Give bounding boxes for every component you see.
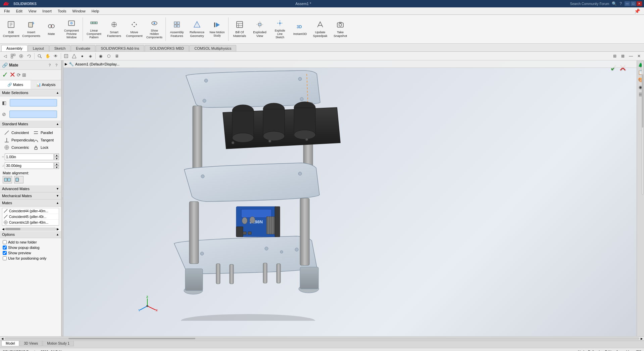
sec-btn-appearance[interactable]: ◉ bbox=[97, 53, 104, 59]
align-btn-2[interactable] bbox=[14, 176, 23, 183]
bottom-tab-model[interactable]: Model bbox=[1, 341, 19, 346]
sec-btn-min-panel[interactable]: — bbox=[627, 53, 635, 59]
sec-btn-camera[interactable] bbox=[17, 53, 25, 59]
mates-list-header[interactable]: Mates ▲ bbox=[0, 200, 61, 207]
sec-btn-close-panel[interactable]: ✕ bbox=[635, 53, 643, 59]
assembly-3d-view[interactable]: L298N bbox=[110, 65, 362, 321]
panel-help2-button[interactable]: ? bbox=[54, 62, 59, 68]
sec-btn-rotate[interactable] bbox=[26, 53, 33, 59]
use-positioning-checkbox[interactable] bbox=[3, 256, 7, 260]
reference-geometry-button[interactable]: ReferenceGeometry bbox=[187, 16, 207, 43]
tree-expand-arrow[interactable]: ▶ bbox=[65, 62, 67, 66]
show-popup-checkbox[interactable] bbox=[3, 246, 7, 250]
take-snapshot-button[interactable]: TakeSnapshot bbox=[331, 16, 350, 43]
question-icon[interactable]: ? bbox=[620, 1, 622, 6]
close-button[interactable]: ✕ bbox=[637, 1, 642, 6]
sec-btn-view[interactable]: 👁 bbox=[52, 53, 59, 59]
menu-pin[interactable]: 📌 bbox=[632, 8, 643, 14]
tab-solidworks-addins[interactable]: SOLIDWORKS Add-Ins bbox=[96, 45, 144, 51]
menu-file[interactable]: File bbox=[1, 8, 13, 14]
assembly-features-button[interactable]: AssemblyFeatures bbox=[167, 16, 187, 43]
cancel-button[interactable]: ✕ bbox=[9, 71, 15, 79]
selection-input-2[interactable] bbox=[9, 111, 57, 118]
linear-pattern-button[interactable]: Linear ComponentPattern bbox=[84, 16, 104, 43]
sec-btn-monitor[interactable]: 🖥 bbox=[113, 53, 120, 59]
assembly-tree-item[interactable]: Assem1 (Default<Display... bbox=[75, 62, 119, 66]
distance-input[interactable] bbox=[5, 153, 54, 160]
mate-item-coincident45[interactable]: Coincident45 (piller-40r... bbox=[2, 214, 59, 220]
move-component-button[interactable]: MoveComponent bbox=[125, 16, 144, 43]
sec-btn-hide-lines[interactable] bbox=[70, 53, 78, 59]
edit-component-button[interactable]: EditComponent bbox=[1, 16, 21, 43]
angle-spin-up[interactable]: ▲ bbox=[54, 162, 59, 166]
minimize-button[interactable]: — bbox=[625, 1, 630, 6]
menu-tools[interactable]: Tools bbox=[55, 8, 69, 14]
exploded-view-button[interactable]: ExplodedView bbox=[250, 16, 269, 43]
viewport[interactable]: ▶ 🔧 Assem1 (Default<Display... ✓ ✕ bbox=[63, 60, 637, 336]
show-hidden-button[interactable]: ShowHiddenComponents bbox=[145, 16, 164, 43]
mate-button[interactable]: Mate bbox=[42, 16, 61, 43]
angle-input[interactable] bbox=[5, 162, 54, 169]
sec-btn-scene[interactable]: ⬡ bbox=[105, 53, 112, 59]
accept-button[interactable]: ✓ bbox=[2, 71, 8, 79]
standard-mates-header[interactable]: Standard Mates ▲ bbox=[0, 121, 61, 128]
options-icon[interactable]: ⊞ bbox=[22, 72, 26, 78]
selection-input-1[interactable] bbox=[10, 99, 57, 106]
add-to-folder-checkbox[interactable] bbox=[3, 240, 7, 244]
mate-item-concentric18[interactable]: Concentric18 (piller-40m... bbox=[2, 220, 59, 225]
new-motion-study-button[interactable]: New MotionStudy bbox=[207, 16, 227, 43]
parallel-option[interactable]: Parallel bbox=[31, 129, 60, 136]
concentric-option[interactable]: Concentric bbox=[1, 144, 31, 151]
menu-view[interactable]: View bbox=[26, 8, 39, 14]
horizontal-scrollbar[interactable]: ◀ ▶ bbox=[0, 337, 644, 341]
coincident-option[interactable]: Coincident bbox=[1, 129, 31, 136]
perpendicular-option[interactable]: Perpendicular bbox=[1, 136, 31, 144]
mechanical-mates-header[interactable]: Mechanical Mates ▼ bbox=[0, 192, 61, 200]
sec-btn-restore[interactable]: ⊞ bbox=[611, 53, 618, 59]
instant3d-button[interactable]: 3D Instant3D bbox=[290, 16, 310, 43]
mate-item-coincident44[interactable]: Coincident44 (piller-40m... bbox=[2, 208, 59, 214]
component-preview-button[interactable]: ComponentPreviewWindow bbox=[62, 16, 81, 43]
lock-option[interactable]: Lock bbox=[31, 144, 60, 151]
sec-btn-expand[interactable]: ◁ bbox=[1, 53, 9, 59]
menu-window[interactable]: Window bbox=[70, 8, 88, 14]
tab-mates[interactable]: 🔗 Mates bbox=[0, 80, 31, 89]
propagate-icon[interactable]: ⟳ bbox=[17, 72, 21, 78]
distance-spin-down[interactable]: ▼ bbox=[54, 157, 59, 160]
menu-insert[interactable]: Insert bbox=[40, 8, 54, 14]
advanced-mates-header[interactable]: Advanced Mates ▼ bbox=[0, 185, 61, 192]
sec-btn-zoom[interactable] bbox=[36, 53, 43, 59]
tab-analysis[interactable]: 📊 Analysis bbox=[31, 80, 61, 89]
scroll-left-btn[interactable]: ◀ bbox=[2, 227, 4, 231]
tab-comsol-multiphysics[interactable]: COMSOL Multiphysics bbox=[189, 45, 236, 51]
bill-of-materials-button[interactable]: Bill OfMaterials bbox=[230, 16, 249, 43]
angle-spin-down[interactable]: ▼ bbox=[54, 166, 59, 169]
sec-btn-materials[interactable]: ◈ bbox=[87, 53, 94, 59]
tangent-option[interactable]: Tangent bbox=[31, 136, 60, 144]
update-speedpak-button[interactable]: UpdateSpeedpak bbox=[310, 16, 330, 43]
align-btn-1[interactable] bbox=[3, 176, 12, 183]
bottom-tab-motion-study[interactable]: Motion Study 1 bbox=[43, 341, 74, 346]
restore-button[interactable]: □ bbox=[631, 1, 636, 6]
tab-solidworks-mbd[interactable]: SOLIDWORKS MBD bbox=[145, 45, 189, 51]
sec-btn-pan[interactable]: ✋ bbox=[44, 53, 51, 59]
tab-evaluate[interactable]: Evaluate bbox=[71, 45, 95, 51]
h-scroll-left[interactable]: ◀ bbox=[1, 337, 4, 340]
menu-help[interactable]: Help bbox=[89, 8, 102, 14]
show-preview-checkbox[interactable] bbox=[3, 251, 7, 255]
distance-spin-up[interactable]: ▲ bbox=[54, 153, 59, 157]
scroll-right-btn[interactable]: ▶ bbox=[57, 227, 59, 231]
mate-selections-header[interactable]: Mate Selections ▲ bbox=[0, 89, 61, 96]
sec-btn-float[interactable]: ⊠ bbox=[619, 53, 627, 59]
sec-btn-display-style[interactable] bbox=[62, 53, 70, 59]
options-header[interactable]: Options ▲ bbox=[0, 231, 61, 238]
insert-components-button[interactable]: InsertComponents bbox=[21, 16, 41, 43]
search-icon[interactable]: 🔍 bbox=[612, 1, 617, 6]
sec-btn-tree[interactable] bbox=[9, 53, 17, 59]
tab-assembly[interactable]: Assembly bbox=[1, 45, 28, 51]
h-scroll-right[interactable]: ▶ bbox=[640, 337, 643, 340]
panel-help-button[interactable]: ? bbox=[47, 62, 52, 68]
menu-edit[interactable]: Edit bbox=[13, 8, 25, 14]
tab-sketch[interactable]: Sketch bbox=[49, 45, 71, 51]
sec-btn-shadows[interactable]: ● bbox=[79, 53, 86, 59]
